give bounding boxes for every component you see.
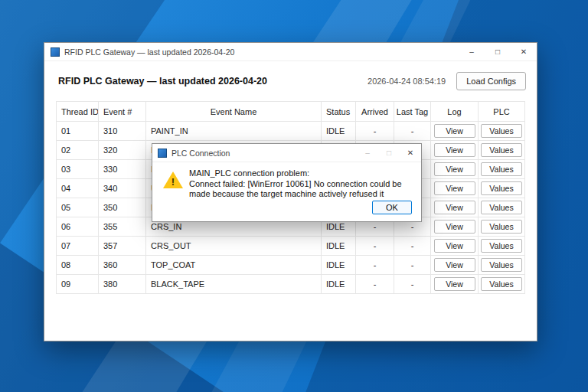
cell-last-tag: - [394,275,431,293]
view-log-button[interactable]: View [434,277,475,291]
cell-thread-id: 06 [57,217,99,236]
dialog-maximize-icon: □ [378,144,400,162]
plc-values-button[interactable]: Values [481,143,522,157]
view-log-button[interactable]: View [434,239,475,253]
dialog-message-line2: Connect failed: [WinError 10061] No conn… [189,179,420,200]
dialog-icon [158,149,167,158]
cell-event-name: BLACK_TAPE [146,275,322,293]
plc-values-button[interactable]: Values [481,220,522,234]
plc-values-button[interactable]: Values [481,181,522,195]
cell-event-num: 340 [99,179,146,198]
cell-thread-id: 08 [57,256,99,274]
view-log-button[interactable]: View [434,124,475,138]
view-log-button[interactable]: View [434,220,475,234]
dialog-close-icon[interactable]: ✕ [400,144,421,162]
view-log-button[interactable]: View [434,181,475,195]
close-icon[interactable]: ✕ [511,43,537,60]
cell-last-tag: - [394,256,431,274]
plc-values-button[interactable]: Values [481,162,522,176]
cell-arrived: - [356,122,394,140]
cell-status: IDLE [322,275,356,293]
plc-values-button[interactable]: Values [481,258,522,272]
cell-event-num: 350 [99,198,146,217]
cell-event-num: 380 [99,275,146,293]
plc-values-button[interactable]: Values [481,124,522,138]
cell-thread-id: 07 [57,237,99,255]
cell-thread-id: 04 [57,179,99,198]
column-header-log: Log [431,102,479,121]
view-log-button[interactable]: View [434,143,475,157]
dialog-body: ! MAIN_PLC connection problem: Connect f… [152,162,421,221]
table-header-row: Thread ID Event # Event Name Status Arri… [57,102,524,122]
table-row: 09 380 BLACK_TAPE IDLE - - View Values [57,275,524,294]
cell-status: IDLE [322,122,356,140]
table-row: 08 360 TOP_COAT IDLE - - View Values [57,256,524,275]
cell-last-tag: - [394,237,431,255]
cell-thread-id: 03 [57,160,99,178]
cell-arrived: - [356,275,394,293]
column-header-event-name: Event Name [146,102,322,121]
cell-thread-id: 05 [57,198,99,217]
column-header-last-tag: Last Tag [394,102,431,121]
app-icon [51,47,60,57]
cell-status: IDLE [322,237,356,255]
cell-event-num: 355 [99,217,146,236]
column-header-thread-id: Thread ID [57,102,99,121]
plc-connection-dialog: PLC Connection – □ ✕ ! MAIN_PLC connecti… [152,143,422,222]
cell-event-num: 330 [99,160,146,178]
timestamp: 2026-04-24 08:54:19 [368,77,446,86]
dialog-message-line1: MAIN_PLC connection problem: [189,168,420,179]
load-configs-button[interactable]: Load Configs [456,72,526,90]
cell-thread-id: 02 [57,141,99,159]
dialog-title: PLC Connection [172,149,357,158]
dialog-minimize-icon: – [357,144,378,162]
cell-thread-id: 09 [57,275,99,293]
cell-event-name: TOP_COAT [146,256,322,274]
warning-icon: ! [163,172,183,188]
cell-event-num: 320 [99,141,146,159]
plc-values-button[interactable]: Values [481,277,522,291]
cell-status: IDLE [322,256,356,274]
cell-thread-id: 01 [57,122,99,140]
column-header-arrived: Arrived [356,102,394,121]
window-header: RFID PLC Gateway — last updated 2026-04-… [44,61,537,100]
page-title: RFID PLC Gateway — last updated 2026-04-… [58,76,368,87]
cell-event-num: 310 [99,122,146,140]
plc-values-button[interactable]: Values [481,239,522,253]
table-row: 01 310 PAINT_IN IDLE - - View Values [57,122,524,141]
cell-arrived: - [356,237,394,255]
cell-event-name: CRS_OUT [146,237,322,255]
plc-values-button[interactable]: Values [481,201,522,214]
window-title: RFID PLC Gateway — last updated 2026-04-… [64,47,459,57]
column-header-event-num: Event # [99,102,146,121]
cell-arrived: - [356,256,394,274]
view-log-button[interactable]: View [434,201,475,214]
view-log-button[interactable]: View [434,162,475,176]
table-row: 07 357 CRS_OUT IDLE - - View Values [57,237,524,256]
app-titlebar[interactable]: RFID PLC Gateway — last updated 2026-04-… [44,43,537,61]
minimize-icon[interactable]: – [459,43,485,60]
cell-last-tag: - [394,122,431,140]
cell-event-name: PAINT_IN [146,122,322,140]
maximize-icon[interactable]: □ [485,43,511,60]
cell-event-num: 357 [99,237,146,255]
cell-event-num: 360 [99,256,146,274]
column-header-status: Status [322,102,356,121]
dialog-message: MAIN_PLC connection problem: Connect fai… [189,168,420,200]
view-log-button[interactable]: View [434,258,475,272]
column-header-plc: PLC [479,102,524,121]
dialog-titlebar[interactable]: PLC Connection – □ ✕ [152,144,421,162]
ok-button[interactable]: OK [372,201,412,214]
